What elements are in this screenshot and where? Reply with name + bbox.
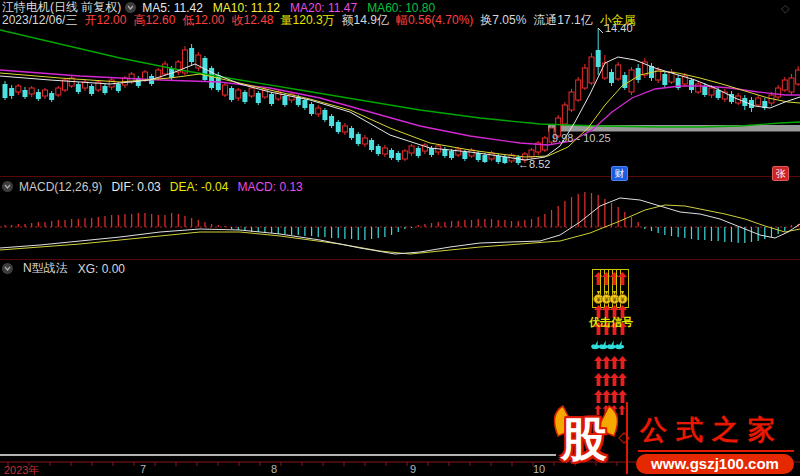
svg-text:¥: ¥	[613, 296, 617, 303]
watermark: 股 ◇ 公式之家 www.gszj100.com	[498, 398, 800, 476]
axis-year-label: 2023年	[4, 463, 39, 476]
svg-text:¥: ¥	[597, 296, 601, 303]
up-arrow-icon	[618, 356, 627, 369]
moneybag-icon: ¥	[617, 291, 628, 304]
signal-text-label: 伏击信号	[589, 315, 633, 330]
axis-month-7: 7	[140, 463, 146, 475]
up-arrow-icon	[618, 373, 627, 386]
svg-text:¥: ¥	[605, 296, 609, 303]
watermark-diamond-icon: ◇	[618, 428, 630, 446]
axis-month-8: 8	[271, 463, 277, 475]
svg-text:¥: ¥	[621, 296, 625, 303]
watermark-underline	[638, 450, 794, 452]
tdx-chart-window: 江特电机(日线 前复权) MA5: 11.42MA10: 11.12MA20: …	[0, 0, 800, 476]
news-flag-finance[interactable]: 财	[611, 166, 628, 181]
watermark-site-name: 公式之家	[640, 412, 798, 448]
news-flag-zhang[interactable]: 张	[772, 166, 789, 181]
watermark-url: www.gszj100.com	[636, 454, 794, 474]
axis-month-9: 9	[410, 463, 416, 475]
chart-scrollbar-position[interactable]	[0, 454, 556, 456]
cyan-bird-icon	[614, 340, 626, 351]
watermark-logo-char: 股	[561, 414, 607, 466]
bull-logo: 股	[548, 402, 624, 476]
up-arrow-icon	[618, 272, 627, 285]
